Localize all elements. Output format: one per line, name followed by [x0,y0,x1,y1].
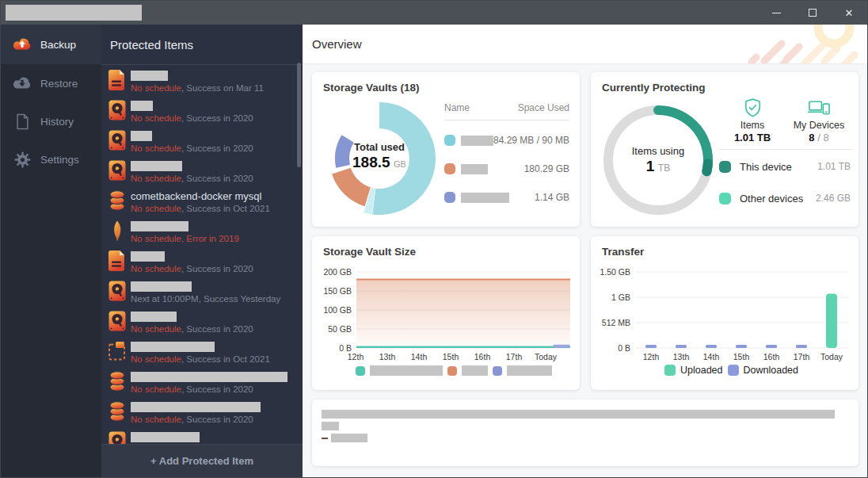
x-axis-label: 13th [673,352,690,361]
titlebar: ✕ [1,1,867,25]
window-controls: ✕ [758,1,867,25]
space-used-column-header: Space Used [518,102,569,113]
mongodb-icon [108,220,126,241]
disk-icon [108,160,126,181]
protected-item-name-redacted [131,161,182,171]
window-title-redacted [6,5,142,21]
ring-center-value: 1 [646,158,655,174]
stat-my-devices: My Devices 8 / 8 [786,98,852,143]
protected-item-name: cometbackend-docker mysql [131,191,270,202]
protected-item-status: No schedule, Success in 2020 [131,415,261,424]
y-axis-label: 200 GB [323,267,352,277]
stat-items: Items 1.01 TB [719,98,786,143]
protected-item[interactable]: No schedule, Success in 2020 [101,399,303,429]
maximize-button[interactable] [794,1,831,25]
main-header: Overview [303,25,867,64]
storage-vault-size-card: Storage Vault Size 200 GB150 GB100 GB50 … [312,236,580,390]
add-protected-item-button[interactable]: + Add Protected Item [101,444,303,477]
sidebar-item-backup[interactable]: Backup [1,25,101,64]
bar-uploaded [826,294,837,348]
close-button[interactable]: ✕ [831,1,867,25]
scrollbar-thumb[interactable] [297,63,301,167]
y-axis-label: 1.50 GB [600,267,630,277]
table-header: Name Space Used [444,102,569,120]
protected-item-status: No schedule, Success in 2020 [131,174,253,183]
sidebar-item-restore[interactable]: Restore [1,64,101,102]
y-axis-label: 1 GB [611,293,630,302]
disk-icon [108,281,126,301]
protected-item[interactable]: No schedule, Success in 2020 [101,248,303,278]
protected-item-text: No schedule, Success in 2020 [131,100,253,128]
protected-item-status: No schedule, Success in Oct 2021 [131,204,270,213]
minimize-icon [772,13,781,13]
vault-table-row[interactable]: 84.29 MB / 90 MB [444,135,569,146]
table-rows: 84.29 MB / 90 MB 180.29 GB 1.14 GB [444,135,569,203]
protected-item[interactable]: cometbackend-docker mysql No schedule, S… [101,188,303,218]
panel-title: Protected Items [110,38,193,52]
donut-segment-vault-orange [332,168,371,207]
vault-name-redacted [461,193,509,203]
legend-label: Uploaded [680,365,723,376]
database-icon [108,371,126,392]
donut-center-label: Total used [344,142,415,154]
minimize-button[interactable] [758,1,794,25]
protected-item-name-redacted [131,402,261,412]
vault-table-row[interactable]: 1.14 GB [444,192,569,203]
storage-vaults-table: Name Space Used 84.29 MB / 90 MB 180.29 … [444,102,569,203]
protected-item[interactable]: No schedule, Success in 2020 [101,308,303,338]
protected-item-status: No schedule, Success in 2020 [131,264,253,273]
protected-item[interactable]: No schedule, Error in 2019 [101,218,303,248]
protected-item[interactable]: No schedule, Success in 2020 [101,98,303,128]
legend-label: Other devices [740,193,803,205]
database-icon [108,190,126,211]
device-legend-row: This device 1.01 TB [719,160,851,173]
restore-cloud-download-icon [10,74,34,93]
devices-icon [786,98,852,117]
legend-label: This device [740,161,792,173]
protected-item[interactable]: No schedule, Success in 2020 [101,429,303,444]
legend-color-dot [447,366,457,376]
comet-brand-decoration [740,25,867,64]
device-legend: This device 1.01 TB Other devices 2.46 G… [719,156,851,205]
protected-item-name-redacted [131,251,165,262]
stat-value: 8 / 8 [786,132,852,143]
protected-item[interactable]: No schedule, Success in Oct 2021 [101,338,303,369]
y-axis-label: 100 GB [323,305,352,315]
x-axis-label: 12th [348,352,364,361]
shield-check-icon [719,98,786,117]
legend-value: 1.01 TB [817,161,851,172]
protected-items-panel: Protected Items No schedule, Success on … [101,25,303,477]
protected-item[interactable]: No schedule, Success in 2020 [101,369,303,399]
protected-item[interactable]: Next at 10:00PM, Success Yesterday [101,278,303,308]
donut-center-unit: GB [394,159,406,169]
protected-item-text: No schedule, Success in 2020 [131,431,253,444]
vault-space-used: 1.14 GB [535,192,569,203]
legend-value: 2.46 GB [816,193,851,204]
sidebar-item-settings[interactable]: Settings [1,140,101,178]
protected-item[interactable]: No schedule, Success on Mar 11 [101,67,303,98]
legend-label: Downloaded [744,365,799,376]
ring-center-label: Items using [611,145,706,158]
redacted-text [331,434,367,442]
protected-item-status: No schedule, Success in 2020 [131,384,287,394]
sidebar-item-label: Restore [40,78,78,90]
transfer-legend: UploadedDownloaded [664,365,798,376]
protected-item-name-redacted [131,221,188,231]
stat-label: My Devices [786,120,852,131]
settings-gear-icon [10,150,34,169]
vault-color-dot [444,163,455,174]
protected-item-text: Next at 10:00PM, Success Yesterday [131,281,280,308]
protected-item[interactable]: No schedule, Success in 2020 [101,158,303,188]
stat-label: Items [719,120,786,131]
sidebar-item-history[interactable]: History [1,102,101,140]
y-axis-label: 150 GB [323,286,352,296]
protected-item-text: No schedule, Success on Mar 11 [131,70,264,98]
x-axis-label: Today [820,352,843,361]
vault-table-row[interactable]: 180.29 GB [444,163,569,174]
protected-item-name-redacted [131,281,192,292]
file-icon [108,70,126,90]
protected-item-text: No schedule, Success in 2020 [131,250,253,278]
card-title: Currently Protecting [602,82,706,94]
disk-icon [108,130,126,151]
protected-item[interactable]: No schedule, Success in 2020 [101,128,303,158]
